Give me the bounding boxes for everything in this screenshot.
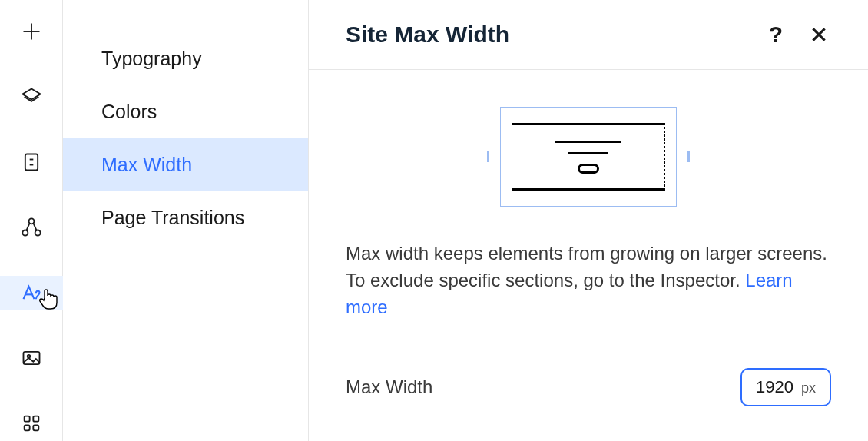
sidebar: Typography Colors Max Width Page Transit… bbox=[63, 0, 309, 441]
page-icon bbox=[21, 151, 42, 173]
sidebar-item-label: Colors bbox=[101, 101, 157, 122]
typography-icon bbox=[21, 282, 42, 303]
help-icon: ? bbox=[769, 22, 783, 48]
panel-description: Max width keeps elements from growing on… bbox=[346, 240, 831, 320]
max-width-input[interactable]: 1920 px bbox=[740, 368, 831, 406]
svg-rect-2 bbox=[25, 154, 37, 170]
sidebar-item-label: Typography bbox=[101, 48, 202, 69]
field-unit: px bbox=[801, 380, 816, 396]
help-button[interactable]: ? bbox=[764, 22, 788, 47]
svg-point-6 bbox=[22, 230, 28, 235]
svg-rect-11 bbox=[24, 416, 29, 422]
rail-add[interactable] bbox=[0, 14, 63, 48]
rail-page[interactable] bbox=[0, 144, 63, 179]
sidebar-item-typography[interactable]: Typography bbox=[63, 32, 308, 85]
rail-typography[interactable] bbox=[0, 276, 63, 310]
rail-apps[interactable] bbox=[0, 406, 63, 441]
svg-rect-12 bbox=[33, 416, 38, 422]
panel-header-actions: ? bbox=[764, 22, 831, 47]
image-icon bbox=[21, 347, 42, 369]
sidebar-item-label: Max Width bbox=[101, 154, 192, 175]
max-width-illustration bbox=[346, 107, 831, 207]
add-icon bbox=[21, 21, 42, 42]
icon-rail bbox=[0, 0, 63, 441]
sidebar-item-page-transitions[interactable]: Page Transitions bbox=[63, 191, 308, 244]
field-label: Max Width bbox=[346, 376, 432, 398]
rail-layers[interactable] bbox=[0, 79, 63, 114]
svg-rect-14 bbox=[33, 426, 38, 431]
max-width-field-row: Max Width 1920 px bbox=[346, 368, 831, 406]
settings-panel: Site Max Width ? bbox=[309, 0, 868, 441]
apps-icon bbox=[21, 413, 42, 434]
rail-nodes[interactable] bbox=[0, 210, 63, 244]
sidebar-item-max-width[interactable]: Max Width bbox=[63, 138, 308, 191]
panel-body: Max width keeps elements from growing on… bbox=[309, 70, 868, 406]
svg-rect-9 bbox=[23, 352, 39, 364]
rail-image[interactable] bbox=[0, 341, 63, 376]
field-value: 1920 bbox=[756, 377, 793, 397]
panel-header: Site Max Width ? bbox=[309, 0, 868, 70]
close-button[interactable] bbox=[807, 22, 831, 47]
svg-rect-13 bbox=[24, 426, 29, 431]
svg-point-7 bbox=[35, 230, 40, 235]
sidebar-item-colors[interactable]: Colors bbox=[63, 85, 308, 138]
close-icon bbox=[809, 25, 829, 45]
sidebar-item-label: Page Transitions bbox=[101, 207, 244, 228]
layers-icon bbox=[21, 86, 42, 108]
panel-title: Site Max Width bbox=[346, 22, 509, 48]
nodes-icon bbox=[21, 217, 42, 238]
